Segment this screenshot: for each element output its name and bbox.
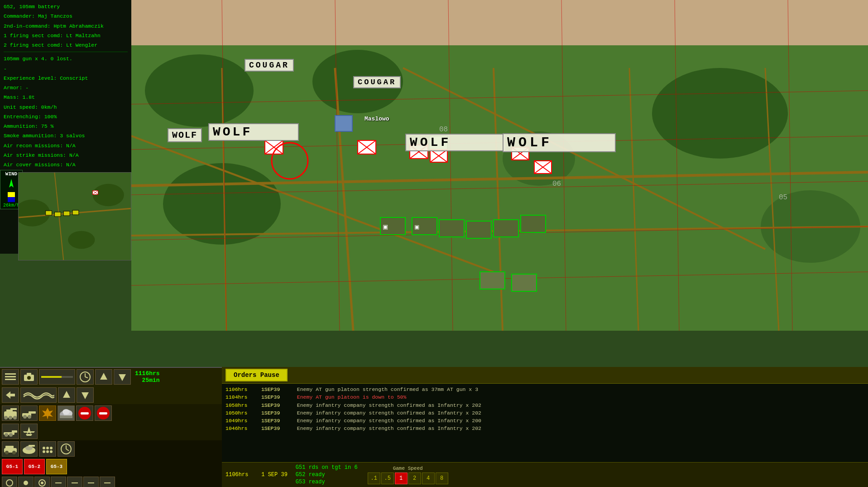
svg-point-126 <box>50 447 53 449</box>
speed-0.1-btn[interactable]: .1 <box>368 473 380 484</box>
smoke-ammo: Smoke ammunition: 3 salvos <box>4 132 128 140</box>
small-icon-6[interactable] <box>100 477 115 487</box>
speed-8-btn[interactable]: 8 <box>436 473 448 484</box>
tank-icon-btn[interactable] <box>2 405 19 421</box>
svg-point-121 <box>43 450 45 453</box>
small-icon-5[interactable] <box>83 477 99 487</box>
svg-rect-70 <box>494 220 518 237</box>
no-entry2-btn[interactable] <box>95 405 112 421</box>
speed-buttons: .1 .5 1 2 4 8 <box>368 473 448 484</box>
svg-marker-102 <box>42 408 53 419</box>
speed-4-btn[interactable]: 4 <box>422 473 435 484</box>
svg-rect-76 <box>5 373 16 375</box>
clock2-icon-btn[interactable] <box>58 441 75 457</box>
plane-icon-btn[interactable] <box>20 424 38 439</box>
explosion-icon-btn[interactable] <box>39 405 56 421</box>
speed-1-btn[interactable]: 1 <box>395 473 408 484</box>
clock-icon-btn[interactable] <box>77 369 94 385</box>
svg-line-129 <box>66 449 69 451</box>
g5-1-btn[interactable]: G5-1 <box>2 459 23 474</box>
svg-point-117 <box>12 451 16 454</box>
log-date-3: 1SEP39 <box>261 409 294 417</box>
svg-rect-120 <box>29 445 35 447</box>
arrow-down2-btn[interactable] <box>77 387 94 403</box>
svg-rect-94 <box>10 408 17 410</box>
log-line-5: 1046hrs 1SEP39 Enemy infantry company st… <box>225 424 864 432</box>
svg-marker-0 <box>9 179 14 188</box>
no-entry2-icon <box>97 407 110 419</box>
gun-lost: 105mm gun x 4. 0 lost. <box>4 55 128 63</box>
log-time-3: 1050hrs <box>225 409 258 417</box>
svg-rect-81 <box>27 373 31 375</box>
arrow-up-btn[interactable] <box>95 369 112 385</box>
svg-rect-10 <box>72 210 79 215</box>
small-icons-row <box>0 476 222 487</box>
log-text-1: Enemy AT gun platoon is down to 50% <box>297 394 407 400</box>
log-time-4: 1049hrs <box>225 417 258 424</box>
svg-line-86 <box>85 377 88 378</box>
small-icon-4[interactable] <box>67 477 82 487</box>
experience: Experience level: Conscript <box>4 74 128 82</box>
svg-rect-71 <box>521 215 546 232</box>
svg-point-80 <box>27 376 31 380</box>
air-recon: Air recon missions: N/A <box>4 142 128 149</box>
speed-2-btn[interactable]: 2 <box>408 473 421 484</box>
log-line-0: 1106hrs 1SEP39 Enemy AT gun platoon stre… <box>225 386 864 393</box>
map-label-cougar1: COUGAR <box>245 59 294 72</box>
move2-icon-btn[interactable] <box>2 387 19 403</box>
svg-marker-112 <box>23 431 35 433</box>
mini-map <box>18 172 131 260</box>
map-label-cougar2: COUGAR <box>353 76 401 88</box>
bottom-time: 1106hrs <box>225 472 248 478</box>
turn-time: 25min <box>142 377 160 384</box>
speed: Unit speed: 0km/h <box>4 103 128 111</box>
vehicle1-icon-btn[interactable] <box>2 441 19 457</box>
arrow-down-btn[interactable] <box>114 369 131 385</box>
svg-point-130 <box>6 480 13 486</box>
g52-status: G52 ready <box>296 472 358 478</box>
bottom-toolbar: 1116hrs 25min <box>0 367 222 487</box>
game-speed-control: Game Speed .1 .5 1 2 4 8 <box>368 466 448 484</box>
log-date-2: 1SEP39 <box>261 401 294 409</box>
svg-point-109 <box>5 433 8 437</box>
g5-3-btn[interactable]: G5-3 <box>46 459 67 474</box>
artillery-icon-btn[interactable] <box>20 405 38 421</box>
svg-rect-72 <box>480 272 505 289</box>
svg-rect-77 <box>5 376 16 377</box>
smoke-icon-btn[interactable] <box>58 405 75 421</box>
camera-icon-btn[interactable] <box>20 369 38 385</box>
dots-icon-btn[interactable] <box>39 441 56 457</box>
vehicle2-icon-btn[interactable] <box>20 441 38 457</box>
group-buttons-row: G5-1 G5-2 G5-3 <box>0 458 222 476</box>
time-display: 1116hrs 25min <box>132 370 163 384</box>
move-icon-btn[interactable] <box>2 369 19 385</box>
small-icon-1[interactable] <box>2 477 17 487</box>
cannon-icon-btn[interactable] <box>2 424 19 439</box>
map-label-wolf4: WOLF <box>503 133 616 152</box>
speed-0.5-btn[interactable]: .5 <box>381 473 394 484</box>
unit-status-texts: G51 rds on tgt in 6 G52 ready G53 ready <box>296 464 358 485</box>
date-display: 1106hrs 1 SEP 39 <box>225 472 288 478</box>
no-entry1-btn[interactable] <box>76 405 93 421</box>
svg-rect-136 <box>88 482 94 483</box>
wave-icon-btn[interactable] <box>20 387 57 403</box>
log-text-5: Enemy infantry company strength confirme… <box>297 425 481 431</box>
svg-text:06: 06 <box>552 180 561 188</box>
orders-pause-button[interactable]: Orders Pause <box>225 369 288 381</box>
svg-marker-113 <box>26 434 32 436</box>
bottom-actions-bar: 1106hrs 1 SEP 39 G51 rds on tgt in 6 G52… <box>222 462 868 487</box>
svg-marker-87 <box>100 373 107 380</box>
log-text-4: Enemy infantry company strength confirme… <box>297 418 481 424</box>
g5-2-btn[interactable]: G5-2 <box>24 459 45 474</box>
log-text-2: Enemy infantry company strength confirme… <box>297 402 481 408</box>
entrenching: Entrenching: 100% <box>4 113 128 121</box>
separator <box>4 52 128 52</box>
current-time: 1116hrs <box>135 370 160 377</box>
arrow-up2-btn[interactable] <box>58 387 75 403</box>
svg-rect-74 <box>335 116 352 131</box>
small-icon-dash[interactable] <box>51 477 66 487</box>
small-icon-2[interactable] <box>18 477 34 487</box>
small-icon-3[interactable] <box>34 477 50 487</box>
svg-point-124 <box>43 447 45 449</box>
progress-bar-icon-btn[interactable] <box>39 369 75 385</box>
